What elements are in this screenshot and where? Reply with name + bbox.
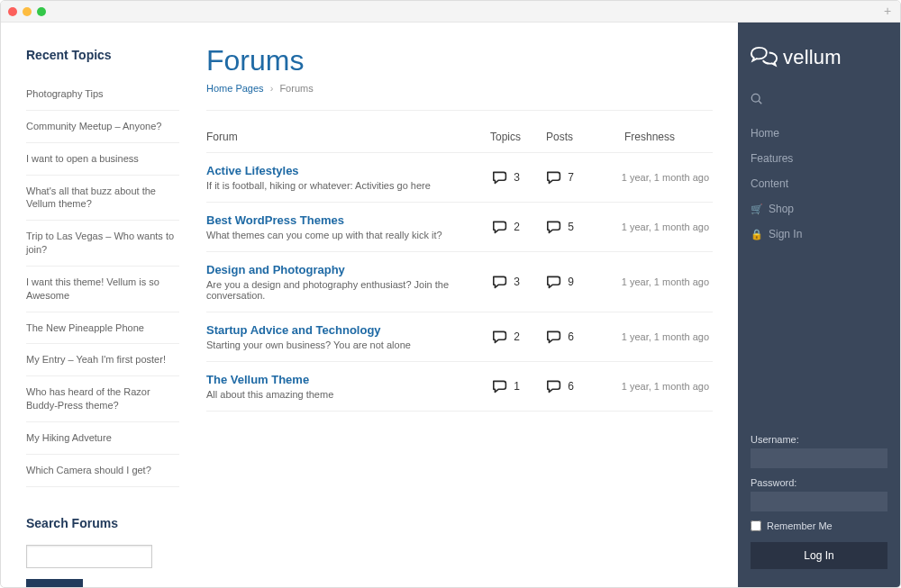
window-zoom-dot[interactable] bbox=[37, 7, 46, 16]
nav-item[interactable]: Home bbox=[751, 121, 887, 146]
topics-cell: 3 bbox=[478, 170, 532, 185]
chevron-right-icon: › bbox=[270, 83, 274, 94]
forum-row: Startup Advice and TechnologyStarting yo… bbox=[206, 312, 713, 362]
forum-description: If it is football, hiking or whatever: A… bbox=[206, 180, 478, 191]
posts-count: 6 bbox=[568, 380, 574, 393]
nav-item[interactable]: 🔒Sign In bbox=[751, 222, 887, 247]
speech-bubble-icon bbox=[491, 330, 509, 344]
speech-bubble-icon bbox=[545, 330, 563, 344]
remember-me-checkbox[interactable] bbox=[751, 520, 761, 531]
freshness-cell: 1 year, 1 month ago bbox=[587, 222, 713, 232]
page-title: Forums bbox=[206, 44, 713, 77]
topics-cell: 2 bbox=[478, 220, 532, 234]
nav-item[interactable]: Features bbox=[751, 146, 887, 171]
browser-titlebar: + bbox=[1, 1, 900, 23]
forum-link[interactable]: Design and Photography bbox=[206, 263, 345, 276]
topics-count: 3 bbox=[514, 276, 520, 288]
posts-cell: 9 bbox=[532, 275, 587, 289]
username-input[interactable] bbox=[751, 448, 887, 468]
nav-item[interactable]: 🛒Shop bbox=[751, 196, 887, 222]
posts-count: 9 bbox=[568, 276, 574, 288]
chat-bubbles-icon bbox=[751, 46, 778, 69]
col-forum: Forum bbox=[206, 131, 478, 143]
forum-name-cell: Startup Advice and TechnologyStarting yo… bbox=[206, 323, 478, 350]
forum-row: The Vellum ThemeAll about this amazing t… bbox=[206, 362, 713, 412]
svg-line-1 bbox=[759, 101, 761, 104]
speech-bubble-icon bbox=[491, 170, 509, 185]
col-posts: Posts bbox=[532, 131, 587, 143]
forum-name-cell: The Vellum ThemeAll about this amazing t… bbox=[206, 373, 478, 400]
forum-description: What themes can you come up with that re… bbox=[206, 230, 478, 240]
search-icon[interactable] bbox=[751, 93, 887, 108]
recent-topics-list: Photography TipsCommunity Meetup – Anyon… bbox=[26, 78, 179, 487]
remember-me[interactable]: Remember Me bbox=[751, 520, 887, 531]
window-close-dot[interactable] bbox=[8, 7, 17, 16]
search-button[interactable]: Search bbox=[26, 579, 83, 588]
forum-row: Design and PhotographyAre you a design a… bbox=[206, 252, 713, 312]
freshness-cell: 1 year, 1 month ago bbox=[587, 172, 713, 183]
posts-count: 6 bbox=[568, 330, 574, 343]
recent-topic-item[interactable]: Trip to Las Vegas – Who wants to join? bbox=[26, 221, 179, 267]
topics-count: 3 bbox=[514, 171, 520, 184]
forum-description: All about this amazing theme bbox=[206, 389, 478, 400]
forum-link[interactable]: Active Lifestyles bbox=[206, 164, 299, 177]
password-input[interactable] bbox=[751, 492, 887, 511]
forum-row: Best WordPress ThemesWhat themes can you… bbox=[206, 203, 713, 252]
recent-topic-item[interactable]: The New Pineapple Phone bbox=[26, 312, 179, 345]
main-content: Forums Home Pages › Forums Forum Topics … bbox=[190, 23, 738, 587]
new-tab-icon[interactable]: + bbox=[880, 4, 895, 18]
recent-topics-heading: Recent Topics bbox=[26, 48, 179, 62]
forum-table: Forum Topics Posts Freshness Active Life… bbox=[206, 131, 713, 412]
nav-item[interactable]: Content bbox=[751, 171, 887, 196]
posts-cell: 6 bbox=[532, 330, 587, 344]
topics-cell: 2 bbox=[478, 330, 532, 344]
recent-topic-item[interactable]: Community Meetup – Anyone? bbox=[26, 111, 179, 143]
recent-topic-item[interactable]: What's all that buzz about the Vellum th… bbox=[26, 176, 179, 222]
app-layout: Recent Topics Photography TipsCommunity … bbox=[1, 23, 900, 587]
browser-frame: + Recent Topics Photography TipsCommunit… bbox=[0, 0, 901, 588]
nav-list: HomeFeaturesContent🛒Shop🔒Sign In bbox=[751, 121, 887, 247]
breadcrumb: Home Pages › Forums bbox=[206, 83, 713, 111]
window-minimize-dot[interactable] bbox=[23, 7, 32, 16]
recent-topic-item[interactable]: My Hiking Adveture bbox=[26, 422, 179, 455]
password-label: Password: bbox=[751, 477, 887, 488]
breadcrumb-home-link[interactable]: Home Pages bbox=[206, 83, 264, 94]
svg-point-0 bbox=[751, 94, 760, 102]
topics-cell: 3 bbox=[478, 275, 532, 289]
speech-bubble-icon bbox=[545, 379, 563, 394]
recent-topic-item[interactable]: Who has heard of the Razor Buddy-Press t… bbox=[26, 376, 179, 422]
topics-cell: 1 bbox=[478, 379, 532, 394]
posts-cell: 7 bbox=[532, 170, 587, 185]
brand[interactable]: vellum bbox=[751, 46, 887, 69]
col-freshness: Freshness bbox=[587, 131, 713, 143]
forum-name-cell: Active LifestylesIf it is football, hiki… bbox=[206, 164, 478, 191]
posts-count: 7 bbox=[568, 171, 574, 184]
forum-name-cell: Best WordPress ThemesWhat themes can you… bbox=[206, 213, 478, 240]
recent-topic-item[interactable]: Photography Tips bbox=[26, 78, 179, 111]
right-sidebar: vellum HomeFeaturesContent🛒Shop🔒Sign In … bbox=[738, 23, 900, 587]
topics-count: 2 bbox=[514, 221, 520, 233]
nav-item-icon: 🔒 bbox=[751, 229, 763, 240]
forum-description: Starting your own business? You are not … bbox=[206, 339, 478, 350]
freshness-cell: 1 year, 1 month ago bbox=[587, 331, 713, 342]
brand-name: vellum bbox=[783, 46, 842, 69]
topics-count: 2 bbox=[514, 330, 520, 343]
forum-row: Active LifestylesIf it is football, hiki… bbox=[206, 153, 713, 203]
forum-link[interactable]: Best WordPress Themes bbox=[206, 213, 344, 227]
speech-bubble-icon bbox=[491, 379, 509, 394]
forum-name-cell: Design and PhotographyAre you a design a… bbox=[206, 263, 478, 301]
forum-link[interactable]: Startup Advice and Technology bbox=[206, 323, 381, 337]
left-sidebar: Recent Topics Photography TipsCommunity … bbox=[1, 23, 190, 587]
recent-topic-item[interactable]: My Entry – Yeah I'm first poster! bbox=[26, 344, 179, 376]
forum-description: Are you a design and photography enthusi… bbox=[206, 279, 478, 301]
forum-link[interactable]: The Vellum Theme bbox=[206, 373, 309, 386]
nav-item-icon: 🛒 bbox=[751, 204, 763, 214]
recent-topic-item[interactable]: Which Camera should I get? bbox=[26, 455, 179, 487]
recent-topic-item[interactable]: I want this theme! Vellum is so Awesome bbox=[26, 267, 179, 312]
speech-bubble-icon bbox=[491, 275, 509, 289]
search-forums-input[interactable] bbox=[26, 545, 152, 568]
recent-topic-item[interactable]: I want to open a business bbox=[26, 143, 179, 176]
login-form: Username: Password: Remember Me Log In bbox=[751, 434, 887, 569]
login-button[interactable]: Log In bbox=[751, 542, 887, 569]
forum-table-header: Forum Topics Posts Freshness bbox=[206, 131, 713, 153]
